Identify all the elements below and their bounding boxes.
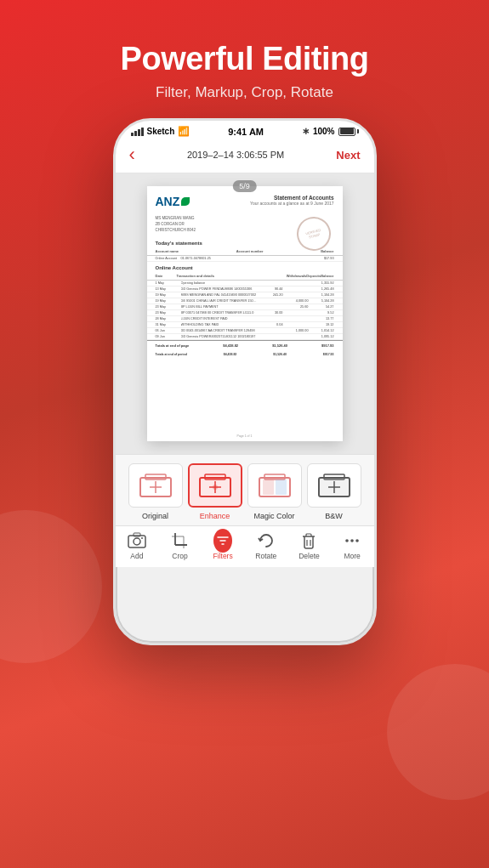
table-row: 31 May WITHHOLDING TAX PAID 0.04 19.12: [147, 322, 343, 328]
row-date: 1 May: [156, 281, 181, 285]
filter-item-magic-color[interactable]: Magic Color: [247, 463, 302, 520]
delete-icon: [299, 531, 318, 550]
toolbar-item-crop[interactable]: Crop: [161, 531, 198, 560]
col-number: Account number: [236, 249, 264, 253]
totals-bal2: $917.93: [323, 353, 334, 356]
row-bal: 5,104.28: [309, 299, 334, 303]
row-dep: [283, 335, 309, 338]
crop-icon: [170, 531, 189, 550]
document-paper: ANZ Statement of Accounts Your accounts …: [147, 186, 343, 441]
toolbar-item-rotate[interactable]: Rotate: [247, 531, 285, 560]
row-bal: 1,265.48: [309, 287, 334, 291]
signal-bars-icon: [131, 128, 144, 136]
crop-svg-icon: [170, 531, 189, 550]
svg-rect-11: [263, 479, 274, 495]
row-dep: [283, 323, 309, 326]
filter-item-enhance[interactable]: Enhance: [188, 463, 242, 520]
col-balance: Balance: [321, 249, 333, 253]
battery-icon: [338, 128, 359, 136]
toolbar-item-add[interactable]: Add: [118, 531, 156, 560]
row-wd: [258, 335, 283, 338]
totals-wd2: $4,438.82: [224, 353, 237, 356]
col-account: Account name: [156, 249, 179, 253]
signal-bar-1: [131, 133, 134, 136]
row-desc: LIJUN CREDIT INTEREST PAID: [181, 317, 258, 321]
table-row: 23 May BP 03071 047988 00 CREDIT TRANSFE…: [147, 310, 343, 316]
toolbar-item-filters[interactable]: Filters: [204, 531, 242, 560]
col-dep: Deposits: [306, 274, 321, 278]
anz-leaf-icon: [181, 197, 190, 206]
signal-bar-3: [138, 129, 140, 136]
row-desc: Opening balance: [181, 281, 258, 285]
svg-point-19: [134, 538, 140, 545]
status-right: ∗ 100%: [302, 126, 359, 137]
filter-label-magic-color: Magic Color: [253, 512, 294, 520]
row-wd: [258, 281, 283, 285]
row-wd: [258, 299, 283, 303]
filter-thumb-enhance[interactable]: [188, 463, 242, 508]
toolbar-label-rotate: Rotate: [255, 552, 276, 560]
battery-percent-label: 100%: [313, 127, 335, 136]
row-bal: 9.52: [309, 311, 334, 315]
filter-label-enhance: Enhance: [200, 512, 230, 520]
battery-tip: [357, 129, 359, 133]
filter-item-bw[interactable]: B&W: [307, 463, 361, 520]
svg-point-29: [350, 539, 354, 542]
filter-thumb-bw[interactable]: [307, 463, 361, 508]
row-bal: 54.27: [309, 305, 334, 309]
totals-dep2: $1,526.40: [273, 353, 287, 356]
filter-label-original: Original: [142, 512, 168, 520]
filter-item-original[interactable]: Original: [128, 463, 183, 520]
back-button[interactable]: ‹: [129, 144, 135, 166]
bottom-toolbar: Add Crop: [116, 525, 374, 567]
col-bal: Balance: [321, 274, 333, 278]
doc-footer: Page 1 of 1: [147, 434, 343, 438]
filters-icon-circle: [213, 529, 232, 553]
row-date: 23 May: [156, 311, 181, 315]
battery-body: [338, 128, 355, 136]
trash-svg-icon: [299, 531, 318, 550]
row-dep: 25.60: [283, 305, 309, 309]
nav-title: 2019–2–14 3:06:55 PM: [187, 150, 284, 160]
toolbar-item-more[interactable]: More: [333, 531, 371, 560]
row-bal: 1,104.28: [309, 293, 334, 297]
svg-rect-18: [128, 536, 145, 547]
filter-thumb-magic-color[interactable]: [247, 463, 302, 508]
doc-stamp-text: VERIFIEDSTAMP: [304, 228, 322, 241]
online-account-label: Online Account: [147, 262, 343, 272]
toolbar-item-delete[interactable]: Delete: [290, 531, 327, 560]
col-desc: Transaction and details: [177, 274, 287, 278]
hero-subtitle: Filter, Markup, Crop, Rotate: [0, 84, 489, 101]
row-bal: 19.12: [309, 323, 334, 326]
svg-point-8: [213, 485, 218, 490]
row-bal: 1,014.12: [309, 329, 334, 332]
table-row: 19 May GE 95001 CHINA LI AIR CREDIT TRAN…: [147, 298, 343, 304]
table-row: 06 Jun DD 0043-0014867 AA CREDIT TRANSFE…: [147, 328, 343, 334]
table-row: 28 May LIJUN CREDIT INTEREST PAID 13.77: [147, 316, 343, 322]
filters-icon: [213, 531, 232, 550]
row-wd: 90.44: [258, 287, 283, 291]
row-bal: 13.77: [309, 317, 334, 321]
filter-carousel: Original Enhance: [116, 454, 374, 525]
toolbar-label-filters: Filters: [213, 552, 233, 560]
svg-point-28: [345, 539, 349, 542]
row-bal: 1,355.92: [309, 281, 334, 285]
row-dep: [283, 293, 309, 297]
account-number: 01-0671-0478601-25: [181, 257, 324, 260]
toolbar-label-delete: Delete: [299, 552, 320, 560]
row-desc: DD 0043-0014867 AA CREDIT TRANSFER 12949…: [181, 329, 258, 332]
row-date: 19 May: [156, 299, 181, 303]
next-button[interactable]: Next: [336, 149, 360, 162]
anz-logo: ANZ: [156, 195, 190, 208]
doc-footer-text: Page 1 of 1: [237, 434, 253, 438]
totals-bal: $917.93: [321, 343, 333, 348]
row-wd: 241.20: [258, 293, 283, 297]
filter-thumb-original[interactable]: [128, 463, 183, 508]
row-date: 13 May: [156, 287, 181, 291]
row-date: 31 May: [156, 323, 181, 326]
svg-rect-12: [276, 479, 287, 495]
status-time: 9:41 AM: [228, 127, 264, 137]
row-desc: BP 03071 047988 00 CREDIT TRANSFER LI111…: [181, 311, 258, 315]
row-desc: GD Genesis POWER40023711401112 100218019…: [181, 335, 258, 338]
filters-svg: [216, 534, 230, 547]
